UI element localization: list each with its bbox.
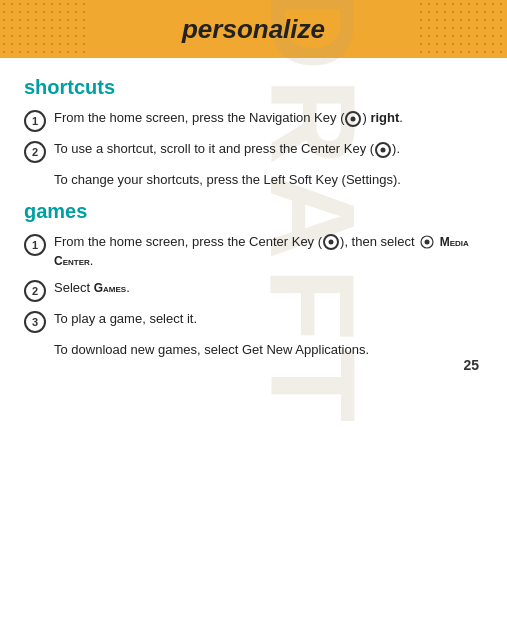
shortcuts-item-1: 1 From the home screen, press the Naviga… <box>24 109 479 132</box>
shortcuts-heading: shortcuts <box>24 76 479 99</box>
games-label: Games <box>94 281 126 295</box>
center-key-icon-2 <box>323 234 339 250</box>
page-number: 25 <box>463 357 479 373</box>
games-subtext: To download new games, select Get New Ap… <box>54 341 479 360</box>
games-item-1-text: From the home screen, press the Center K… <box>54 233 479 271</box>
item-number-2: 2 <box>24 141 46 163</box>
games-item-number-2: 2 <box>24 280 46 302</box>
games-section: games 1 From the home screen, press the … <box>24 200 479 360</box>
svg-point-1 <box>425 240 430 245</box>
media-center-label: Media Center <box>54 235 469 268</box>
media-center-icon <box>420 235 434 249</box>
shortcuts-section: shortcuts 1 From the home screen, press … <box>24 76 479 190</box>
item-number-1: 1 <box>24 110 46 132</box>
header-dots-right <box>417 0 507 58</box>
games-item-2-text: Select Games. <box>54 279 479 298</box>
games-item-number-1: 1 <box>24 234 46 256</box>
settings-label: Settings <box>346 172 393 187</box>
shortcuts-item-2-text: To use a shortcut, scroll to it and pres… <box>54 140 479 159</box>
page-title: personalize <box>182 14 325 45</box>
shortcuts-item-1-text: From the home screen, press the Navigati… <box>54 109 479 128</box>
games-item-3: 3 To play a game, select it. <box>24 310 479 333</box>
games-heading: games <box>24 200 479 223</box>
games-item-number-3: 3 <box>24 311 46 333</box>
get-new-apps-label: Get New Applications <box>242 342 366 357</box>
main-content: DRAFT shortcuts 1 From the home screen, … <box>0 58 507 383</box>
games-item-2: 2 Select Games. <box>24 279 479 302</box>
header-dots-left <box>0 0 90 58</box>
center-key-icon <box>375 142 391 158</box>
games-item-3-text: To play a game, select it. <box>54 310 479 329</box>
header: personalize <box>0 0 507 58</box>
shortcuts-item-2: 2 To use a shortcut, scroll to it and pr… <box>24 140 479 163</box>
nav-key-icon <box>345 111 361 127</box>
games-item-1: 1 From the home screen, press the Center… <box>24 233 479 271</box>
shortcuts-subtext: To change your shortcuts, press the Left… <box>54 171 479 190</box>
